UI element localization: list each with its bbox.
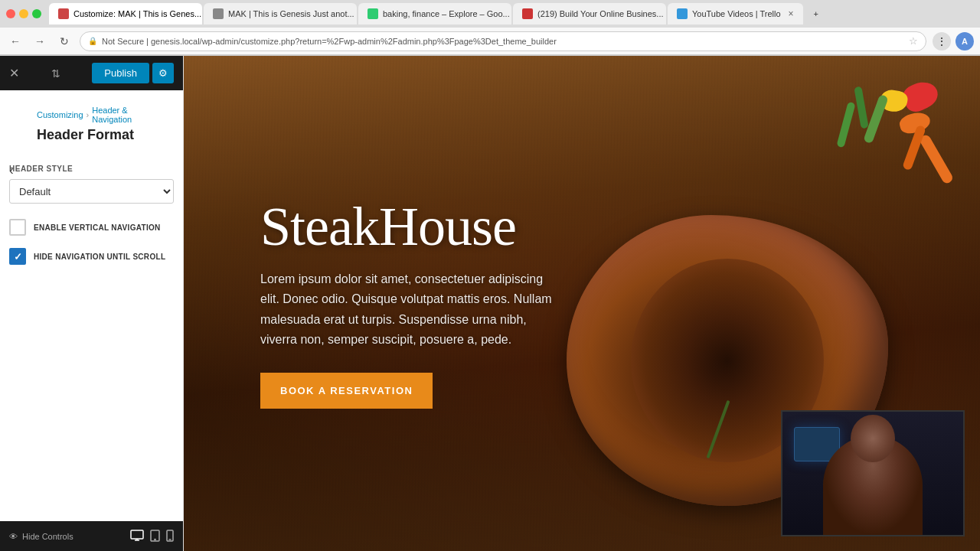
preview-background: SteakHouse Lorem ipsum dolor sit amet, c… <box>184 56 980 551</box>
customizer-reorder-icon[interactable]: ⇅ <box>51 67 60 80</box>
customizer-body: HEADER STYLE Default Centered Classic EN… <box>0 152 183 521</box>
bookmark-icon[interactable]: ☆ <box>909 35 918 47</box>
new-tab-button[interactable]: + <box>805 3 828 24</box>
breadcrumb-root[interactable]: Customizing <box>37 110 83 119</box>
device-icons-group <box>130 530 174 544</box>
hero-description: Lorem ipsum dolor sit amet, consectetuer… <box>260 269 559 350</box>
maximize-window-btn[interactable] <box>32 9 41 18</box>
svg-rect-0 <box>131 530 143 539</box>
breadcrumb: Customizing › Header & Navigation <box>28 98 174 127</box>
person-head <box>851 415 895 462</box>
preview-area: SteakHouse Lorem ipsum dolor sit amet, c… <box>184 56 980 551</box>
section-title: Header Format <box>28 127 174 152</box>
extensions-icon[interactable]: ⋮ <box>933 32 951 51</box>
header-style-section: HEADER STYLE Default Centered Classic <box>9 165 174 219</box>
header-style-select[interactable]: Default Centered Classic <box>9 179 174 204</box>
tab-1-favicon <box>58 8 69 19</box>
cta-button[interactable]: BOOK A RESERVATION <box>260 373 433 409</box>
publish-button[interactable]: Publish <box>92 63 149 83</box>
refresh-button[interactable]: ↻ <box>55 32 74 51</box>
tab-2-mak[interactable]: MAK | This is Genesis Just anot... × <box>204 3 357 24</box>
breadcrumb-parent[interactable]: Header & Navigation <box>92 106 165 124</box>
main-container: ✕ ⇅ Publish ⚙ ‹ Customizing › Header & N… <box>0 56 980 551</box>
mobile-view-icon[interactable] <box>166 530 174 544</box>
hide-nav-scroll-row[interactable]: HIDE NAVIGATION UNTIL SCROLL <box>9 248 174 265</box>
security-icon: 🔒 <box>88 37 97 45</box>
breadcrumb-area: ‹ Customizing › Header & Navigation Head… <box>0 90 183 152</box>
profile-icon[interactable]: A <box>956 32 974 51</box>
tab-4-youtube[interactable]: (219) Build Your Online Busines... × <box>513 3 666 24</box>
url-text: Not Secure | genesis.local/wp-admin/cust… <box>102 37 557 46</box>
minimize-window-btn[interactable] <box>19 9 28 18</box>
svg-point-4 <box>155 539 155 540</box>
tablet-view-icon[interactable] <box>150 530 160 544</box>
url-bar[interactable]: 🔒 Not Secure | genesis.local/wp-admin/cu… <box>80 31 926 51</box>
address-bar: ← → ↻ 🔒 Not Secure | genesis.local/wp-ad… <box>0 28 980 55</box>
tab-1-label: Customize: MAK | This is Genes... <box>74 9 201 18</box>
hide-nav-scroll-checkbox[interactable] <box>9 248 26 265</box>
tab-2-label: MAK | This is Genesis Just anot... <box>228 9 354 18</box>
tab-3-favicon <box>368 8 378 19</box>
tab-5-favicon <box>677 8 688 19</box>
desktop-view-icon[interactable] <box>130 530 144 544</box>
tab-5-label: YouTube Videos | Trello <box>692 9 781 18</box>
tab-bar: Customize: MAK | This is Genes... × MAK … <box>0 0 980 28</box>
customizer-close-icon[interactable]: ✕ <box>9 66 19 80</box>
enable-vertical-nav-checkbox[interactable] <box>9 219 26 236</box>
customizer-header: ✕ ⇅ Publish ⚙ <box>0 56 183 90</box>
tab-3-google[interactable]: baking, finance – Explore – Goo... × <box>358 3 511 24</box>
hide-controls-label: Hide Controls <box>22 532 74 541</box>
tab-3-label: baking, finance – Explore – Goo... <box>383 9 510 18</box>
enable-vertical-nav-row[interactable]: ENABLE VERTICAL NAVIGATION <box>9 219 174 236</box>
browser-chrome: Customize: MAK | This is Genes... × MAK … <box>0 0 980 56</box>
hide-nav-scroll-label: HIDE NAVIGATION UNTIL SCROLL <box>34 253 165 261</box>
eye-icon: 👁 <box>9 532 18 541</box>
settings-button[interactable]: ⚙ <box>152 63 174 83</box>
site-title: SteakHouse <box>260 199 934 254</box>
back-button[interactable]: ← <box>6 32 24 51</box>
video-face <box>782 412 963 535</box>
tab-2-favicon <box>213 8 224 19</box>
toolbar-icons: ⋮ A <box>933 32 974 51</box>
back-nav-button[interactable]: ‹ <box>0 159 23 182</box>
tab-5-trello[interactable]: YouTube Videos | Trello × <box>668 3 803 24</box>
breadcrumb-separator: › <box>87 110 90 119</box>
customizer-footer: 👁 Hide Controls <box>0 521 183 551</box>
forward-button[interactable]: → <box>31 32 49 51</box>
video-overlay <box>781 410 965 536</box>
customizer-panel: ✕ ⇅ Publish ⚙ ‹ Customizing › Header & N… <box>0 56 184 551</box>
tab-5-close[interactable]: × <box>789 8 794 19</box>
header-style-label: HEADER STYLE <box>9 165 174 173</box>
tab-1-customizer[interactable]: Customize: MAK | This is Genes... × <box>49 3 202 24</box>
enable-vertical-nav-label: ENABLE VERTICAL NAVIGATION <box>34 223 161 232</box>
tab-4-favicon <box>522 8 533 19</box>
hide-controls-button[interactable]: 👁 Hide Controls <box>9 532 74 541</box>
close-window-btn[interactable] <box>6 9 15 18</box>
tab-4-label: (219) Build Your Online Busines... <box>537 9 664 18</box>
